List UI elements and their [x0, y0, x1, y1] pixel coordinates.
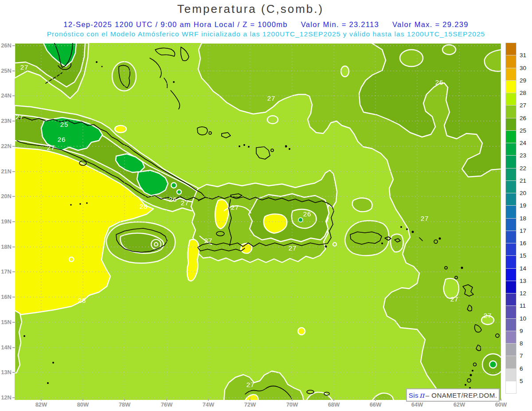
- lat-axis-label: 18N: [0, 244, 12, 250]
- caicos-islet: [239, 145, 240, 147]
- antilles-islet: [406, 228, 408, 230]
- colorbar-value-label: 31: [520, 52, 526, 59]
- cayman-islet: [86, 202, 88, 204]
- contour-label: 27: [231, 204, 239, 211]
- se-cold-eddy-core: [489, 361, 497, 368]
- colorbar-value-label: 14: [520, 265, 526, 272]
- colorbar-cell: [506, 193, 516, 205]
- antilles-islet: [461, 267, 463, 269]
- colorbar-cell: [506, 243, 516, 255]
- colorbar-value-label: 9: [520, 328, 523, 335]
- lat-tick-mark: [12, 221, 15, 222]
- islet: [23, 335, 25, 337]
- lat-axis-label: 26N: [0, 43, 12, 49]
- lat-axis-label: 16N: [0, 294, 12, 300]
- lon-axis-label: 62W: [450, 402, 468, 408]
- colorbar-cell: [506, 306, 516, 318]
- pi-icon: π: [419, 391, 425, 399]
- andros-band: [112, 62, 136, 91]
- lon-axis-label: 78W: [116, 402, 133, 408]
- colorbar-cell: [506, 106, 516, 117]
- colorbar-cell: [506, 143, 516, 155]
- lon-tick-mark: [333, 399, 334, 401]
- colorbar-cell: [506, 43, 516, 55]
- lon-axis-label: 76W: [158, 402, 176, 408]
- colorbar-cell: [506, 68, 516, 80]
- contour-label: 26: [303, 210, 312, 218]
- colorbar-cell: [506, 206, 516, 218]
- colorbar-value-label: 11: [520, 302, 526, 309]
- bimini-islet: [96, 61, 98, 63]
- lat-tick-mark: [12, 397, 15, 398]
- contour-label: 27: [204, 237, 213, 244]
- colorbar-value-label: 15: [520, 252, 526, 259]
- warm-spot: [298, 328, 305, 335]
- colorbar-cell: [506, 168, 516, 180]
- lon-tick-mark: [375, 399, 376, 401]
- colorbar-value-label: 30: [520, 65, 526, 72]
- colorbar-cell: [506, 118, 516, 130]
- subtitle-datetime: 12-Sep-2025 1200 UTC / 9:00 am Hora Loca…: [63, 20, 287, 29]
- colorbar-cell: [506, 281, 516, 293]
- contour-label: 28: [140, 203, 148, 210]
- cayman-islet: [79, 203, 81, 205]
- colorbar-value-label: 18: [520, 215, 526, 222]
- colorbar-value-label: 26: [520, 115, 526, 122]
- lat-axis-label: 25N: [0, 68, 12, 74]
- antilles-islet: [400, 226, 402, 228]
- lat-tick-mark: [12, 70, 15, 71]
- islet: [465, 384, 466, 386]
- watermark-text: – ONAMET/REP.DOM.: [426, 391, 497, 399]
- contour-label: 26: [435, 78, 444, 86]
- lat-tick-mark: [12, 372, 15, 373]
- colorbar-value-label: 7: [520, 352, 523, 360]
- colorbar-cell: [506, 269, 516, 281]
- colorbar-value-label: 28: [520, 90, 526, 97]
- colorbar-cell: [506, 181, 516, 193]
- colorbar-value-label: 20: [520, 190, 526, 197]
- colorbar-value-label: 17: [520, 227, 526, 235]
- puerto-rico-band: [345, 221, 389, 256]
- colorbar-value-label: 6: [520, 365, 523, 372]
- contour-label: 27: [181, 199, 189, 207]
- lat-tick-mark: [12, 347, 15, 348]
- antilles-islet: [412, 231, 414, 233]
- colorbar-cell: [506, 81, 516, 93]
- lat-axis-label: 13N: [0, 369, 12, 376]
- colorbar-value-label: 13: [520, 278, 526, 285]
- colorbar-cell: [506, 344, 516, 356]
- contour-label: 27: [450, 295, 459, 303]
- colorbar-cell: [506, 256, 516, 268]
- colorbar-cell: [506, 93, 516, 105]
- lon-tick-mark: [82, 399, 83, 401]
- lon-axis-label: 80W: [74, 402, 92, 408]
- lon-tick-mark: [124, 399, 125, 401]
- warm-pocket: [267, 116, 278, 124]
- subtitle-model-info: Pronóstico con el Modelo Atmósferico WRF…: [0, 30, 532, 38]
- contour-label: 27: [246, 381, 255, 388]
- colorbar-cell: [506, 131, 516, 143]
- contour-label: 27: [421, 215, 429, 222]
- cuba-core-dot: [177, 190, 181, 194]
- lat-axis-label: 20N: [0, 193, 12, 200]
- lat-tick-mark: [12, 196, 15, 197]
- lat-tick-mark: [12, 45, 15, 46]
- colorbar-value-label: 22: [520, 165, 526, 172]
- watermark-brand: Sis: [409, 391, 419, 399]
- grenadines-islet: [472, 370, 473, 372]
- temperature-colorbar: 3130292827262524232221201918171615141312…: [506, 43, 532, 398]
- barbuda-islet: [439, 238, 441, 240]
- colorbar-value-label: 29: [520, 77, 526, 84]
- watermark-badge: Sis π – ONAMET/REP.DOM.: [406, 388, 500, 402]
- colorbar-value-label: 8: [520, 340, 523, 347]
- colorbar-value-label: 12: [520, 290, 526, 297]
- lat-tick-mark: [12, 121, 15, 121]
- colorbar-cell: [506, 219, 516, 231]
- forecast-map: 27272526272627282726272627272728272727: [15, 43, 501, 400]
- colorbar-cell: [506, 356, 516, 368]
- lat-tick-mark: [12, 297, 15, 297]
- warm-pocket: [341, 66, 349, 77]
- lat-tick-mark: [12, 146, 15, 147]
- islet: [47, 382, 49, 384]
- contour-label: 27: [47, 144, 55, 151]
